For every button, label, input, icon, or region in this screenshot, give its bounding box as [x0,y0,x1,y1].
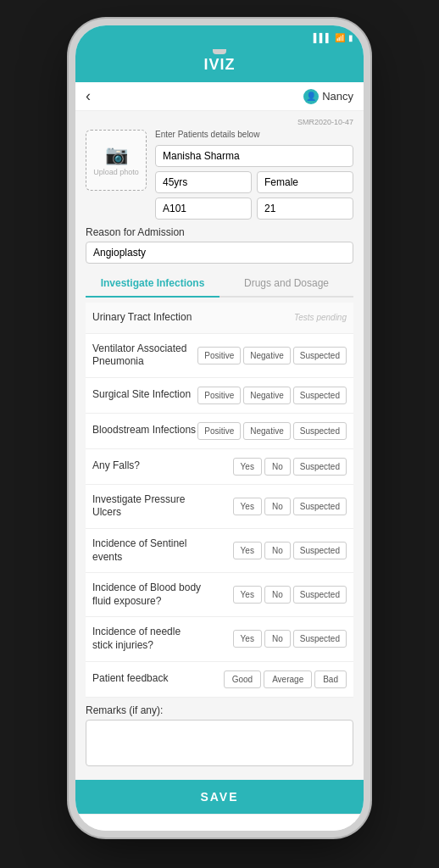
notch [213,49,226,54]
infection-label-ssi: Surgical Site Infection [92,388,197,402]
reason-label: Reason for Admission [86,226,353,238]
remarks-label: Remarks (if any): [86,704,353,716]
sentinel-btn-group: Yes No Suspected [233,542,347,559]
age-gender-row [155,171,353,193]
infection-label-bloodfluid: Incidence of Blood body fluid exposure? [92,581,203,608]
vap-negative-button[interactable]: Negative [243,347,290,364]
bsi-negative-button[interactable]: Negative [243,422,290,440]
sentinel-no-button[interactable]: No [264,542,291,559]
infection-item-sentinel: Incidence of Sentinel events Yes No Susp… [86,529,353,573]
patient-gender-input[interactable] [257,171,353,193]
camera-icon: 📷 [105,144,128,166]
needlestick-yes-button[interactable]: Yes [233,630,262,648]
feedback-good-button[interactable]: Good [224,670,261,688]
patient-age-input[interactable] [155,171,252,193]
infection-item-bloodfluid: Incidence of Blood body fluid exposure? … [86,573,353,617]
pressure-suspected-button[interactable]: Suspected [293,498,347,515]
feedback-average-button[interactable]: Average [264,670,312,688]
pressure-btn-group: Yes No Suspected [233,498,347,515]
patient-id: SMR2020-10-47 [86,118,353,126]
infection-label-needlestick: Incidence of needle stick injuries? [92,626,203,652]
bloodfluid-btn-group: Yes No Suspected [233,586,347,604]
room-bed-row [155,198,353,220]
reason-section: Reason for Admission [86,226,353,264]
bloodfluid-yes-button[interactable]: Yes [233,586,262,604]
phone-shell: ▌▌▌ 📶 ▮ IVIZ ‹ 👤 Nancy SMR2020-10-47 📷 U… [75,25,364,831]
falls-suspected-button[interactable]: Suspected [293,458,347,476]
nav-bar: ‹ 👤 Nancy [75,82,364,111]
status-bar: ▌▌▌ 📶 ▮ [75,25,364,49]
vap-positive-button[interactable]: Positive [197,347,241,364]
infection-item-falls: Any Falls? Yes No Suspected [86,449,353,485]
tab-investigate-infections[interactable]: Investigate Infections [86,270,220,298]
pressure-no-button[interactable]: No [264,498,291,515]
infection-label-vap: Ventilator Associated Pneumonia [92,342,197,369]
upload-photo-button[interactable]: 📷 Upload photo [86,130,147,191]
battery-icon: ▮ [348,33,353,42]
infection-item-pressure: Investigate Pressure Ulcers Yes No Suspe… [86,485,353,529]
back-button[interactable]: ‹ [86,87,91,105]
infection-item-ssi: Surgical Site Infection Positive Negativ… [86,378,353,414]
falls-no-button[interactable]: No [264,458,291,476]
infection-label-bsi: Bloodstream Infections [92,424,197,437]
falls-btn-group: Yes No Suspected [233,458,347,476]
infection-label-sentinel: Incidence of Sentinel events [92,537,203,564]
needlestick-no-button[interactable]: No [264,630,291,648]
phone-bottom-bar [75,814,364,831]
sentinel-yes-button[interactable]: Yes [233,542,262,559]
infection-label-falls: Any Falls? [92,459,203,473]
bloodfluid-no-button[interactable]: No [264,586,291,604]
signal-icon: ▌▌▌ [314,33,331,42]
upload-photo-label: Upload photo [93,168,139,176]
infection-item-uti: Urinary Tract Infection Tests pending [86,303,353,334]
user-avatar-icon: 👤 [303,89,319,104]
infection-label-pressure: Investigate Pressure Ulcers [92,493,203,520]
ssi-negative-button[interactable]: Negative [243,387,290,404]
sentinel-suspected-button[interactable]: Suspected [293,542,347,559]
tab-drugs-dosage[interactable]: Drugs and Dosage [220,270,353,298]
ssi-suspected-button[interactable]: Suspected [293,387,347,404]
infection-item-bsi: Bloodstream Infections Positive Negative… [86,414,353,449]
remarks-textarea[interactable] [86,720,353,766]
patient-form-top: 📷 Upload photo Enter Patients details be… [86,130,353,220]
wifi-icon: 📶 [335,33,345,42]
feedback-bad-button[interactable]: Bad [314,670,347,688]
vap-btn-group: Positive Negative Suspected [197,347,347,364]
user-name-label: Nancy [322,90,353,103]
bloodfluid-suspected-button[interactable]: Suspected [293,586,347,604]
infections-list: Urinary Tract Infection Tests pending Ve… [86,303,353,698]
falls-yes-button[interactable]: Yes [233,458,262,476]
app-title: IVIZ [203,56,235,73]
patient-form-fields: Enter Patients details below [155,130,353,220]
content-area: SMR2020-10-47 📷 Upload photo Enter Patie… [75,111,364,780]
reason-input[interactable] [86,242,353,264]
feedback-btn-group: Good Average Bad [224,670,347,688]
ssi-positive-button[interactable]: Positive [197,387,241,404]
tab-row: Investigate Infections Drugs and Dosage [86,270,353,298]
ssi-btn-group: Positive Negative Suspected [197,387,347,404]
needlestick-btn-group: Yes No Suspected [233,630,347,648]
infection-item-needlestick: Incidence of needle stick injuries? Yes … [86,617,353,661]
bsi-btn-group: Positive Negative Suspected [197,422,347,440]
bsi-suspected-button[interactable]: Suspected [293,422,347,440]
infection-label-feedback: Patient feedback [92,672,203,686]
vap-suspected-button[interactable]: Suspected [293,347,347,364]
infection-item-feedback: Patient feedback Good Average Bad [86,662,353,698]
patient-bed-input[interactable] [257,198,353,220]
save-button[interactable]: SAVE [75,780,364,814]
infection-item-vap: Ventilator Associated Pneumonia Positive… [86,334,353,378]
bsi-positive-button[interactable]: Positive [197,422,241,440]
form-instruction-label: Enter Patients details below [155,130,353,139]
pressure-yes-button[interactable]: Yes [233,498,262,515]
nav-user: 👤 Nancy [303,89,353,104]
status-icons: ▌▌▌ 📶 ▮ [314,33,353,42]
infection-label-uti: Urinary Tract Infection [92,311,203,325]
patient-room-input[interactable] [155,198,252,220]
patient-name-input[interactable] [155,145,353,167]
pending-text-uti: Tests pending [294,313,347,322]
needlestick-suspected-button[interactable]: Suspected [293,630,347,648]
remarks-section: Remarks (if any): [86,698,353,773]
